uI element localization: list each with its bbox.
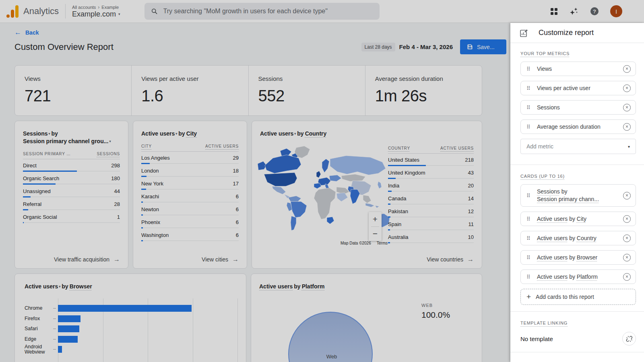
- chip-label: Sessions: [537, 104, 623, 111]
- card-chip-users-by-country[interactable]: ⠿ Active users by Country ×: [520, 231, 636, 245]
- remove-icon[interactable]: ×: [623, 234, 631, 242]
- drag-handle-icon[interactable]: ⠿: [526, 193, 533, 199]
- template-value: No template: [520, 335, 622, 342]
- add-cards-label: Add cards to this report: [536, 294, 594, 300]
- remove-icon[interactable]: ×: [623, 215, 631, 223]
- drag-handle-icon[interactable]: ⠿: [526, 85, 533, 91]
- card-chip-users-by-platform[interactable]: ⠿ Active users by Platform ×: [520, 269, 636, 284]
- metric-chip-views-per-active-user[interactable]: ⠿ Views per active user ×: [520, 81, 636, 95]
- drag-handle-icon[interactable]: ⠿: [526, 235, 533, 241]
- customize-report-panel: Customize report YOUR TOP METRICS ⠿ View…: [510, 23, 644, 362]
- card-chip-users-by-city[interactable]: ⠿ Active users by City ×: [520, 212, 636, 226]
- drag-handle-icon[interactable]: ⠿: [526, 216, 533, 222]
- remove-icon[interactable]: ×: [623, 254, 631, 261]
- chevron-down-icon: ▾: [628, 144, 630, 149]
- panel-header: Customize report: [510, 23, 644, 43]
- add-metric-dropdown[interactable]: Add metric ▾: [520, 139, 636, 154]
- remove-icon[interactable]: ×: [623, 273, 631, 281]
- chip-label: Active users by Country: [537, 234, 623, 242]
- remove-icon[interactable]: ×: [623, 192, 631, 200]
- template-section-heading: TEMPLATE LINKING: [520, 321, 568, 325]
- section-divider: [510, 311, 644, 312]
- plus-icon: +: [526, 292, 531, 301]
- add-cards-button[interactable]: + Add cards to this report: [520, 289, 636, 305]
- remove-icon[interactable]: ×: [623, 65, 631, 73]
- section-divider: [510, 352, 644, 352]
- broken-link-icon: [625, 335, 633, 343]
- drag-handle-icon[interactable]: ⠿: [526, 66, 533, 72]
- drag-handle-icon[interactable]: ⠿: [526, 274, 533, 280]
- card-chip-users-by-browser[interactable]: ⠿ Active users by Browser ×: [520, 250, 636, 265]
- metric-chip-average-session-duration[interactable]: ⠿ Average session duration ×: [520, 119, 636, 134]
- unlink-template-button[interactable]: [622, 332, 636, 346]
- metrics-section-heading: YOUR TOP METRICS: [520, 51, 570, 56]
- chip-label: Active users by Platform: [537, 273, 623, 281]
- drag-handle-icon[interactable]: ⠿: [526, 105, 533, 111]
- template-linking-row: No template: [520, 332, 636, 347]
- panel-body: YOUR TOP METRICS ⠿ Views × ⠿ Views per a…: [510, 43, 644, 352]
- chip-label: Views per active user: [537, 84, 623, 92]
- metric-chip-views[interactable]: ⠿ Views ×: [520, 62, 636, 76]
- remove-icon[interactable]: ×: [623, 123, 631, 131]
- chip-label: Views: [537, 65, 623, 73]
- section-divider: [510, 165, 644, 165]
- chip-label: Sessions bySession primary chann...: [537, 188, 623, 203]
- card-chip-sessions-by-channel[interactable]: ⠿ Sessions bySession primary chann... ×: [520, 184, 636, 207]
- remove-icon[interactable]: ×: [623, 104, 631, 111]
- chip-label: Active users by Browser: [537, 254, 623, 261]
- chip-label: Active users by City: [537, 215, 623, 223]
- remove-icon[interactable]: ×: [623, 84, 631, 92]
- panel-title: Customize report: [539, 29, 594, 37]
- chip-label: Average session duration: [537, 123, 623, 131]
- analytics-app: Analytics All accounts › Example Example…: [0, 0, 644, 362]
- drag-handle-icon[interactable]: ⠿: [526, 255, 533, 261]
- add-metric-placeholder: Add metric: [526, 143, 553, 150]
- metric-chip-sessions[interactable]: ⠿ Sessions ×: [520, 100, 636, 115]
- cards-section-heading: CARDS (UP TO 16): [520, 174, 565, 179]
- customize-report-icon: [519, 28, 529, 38]
- drag-handle-icon[interactable]: ⠿: [526, 124, 533, 130]
